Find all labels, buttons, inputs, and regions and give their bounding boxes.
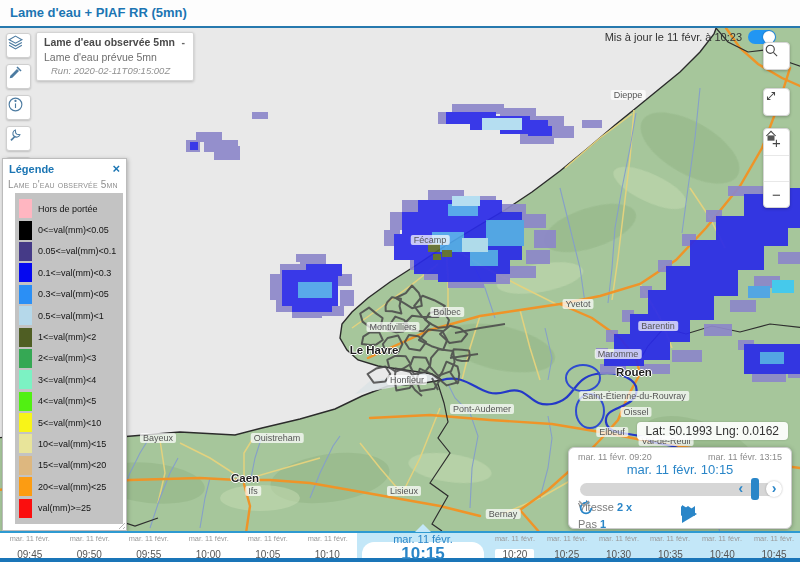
zoom-out-icon: − bbox=[772, 187, 781, 202]
home-button[interactable] bbox=[764, 155, 789, 181]
legend-label: 1<=val(mm)<2 bbox=[38, 332, 96, 342]
timeline-step-date: mar. 11 févr. bbox=[303, 535, 352, 543]
legend-entry: 10<=val(mm)<15 bbox=[19, 433, 119, 454]
map-canvas[interactable]: DieppeFécampBolbecYvetotBarentinMarommeR… bbox=[0, 28, 800, 531]
legend-entry: 0.5<=val(mm)<1 bbox=[19, 305, 119, 326]
page-title: Lame d'eau + PIAF RR (5mn) bbox=[10, 5, 187, 20]
time-control-panel: mar. 11 févr. 09:20 mar. 11 févr. 13:15 … bbox=[568, 447, 792, 529]
coordinates-display: Lat: 50.1993 Lng: 0.0162 bbox=[637, 422, 788, 440]
legend-swatch bbox=[19, 477, 32, 496]
layer-alt-row[interactable]: Lame d'eau prévue 5mn bbox=[37, 50, 193, 64]
info-button[interactable] bbox=[6, 95, 31, 120]
expand-icon bbox=[764, 89, 778, 103]
legend-swatch bbox=[19, 456, 32, 475]
timeline-current-time: 10:15 bbox=[401, 544, 444, 563]
timeline-step[interactable]: mar. 11 févr.10:00 bbox=[179, 533, 239, 558]
legend-entry: val(mm)>=25 bbox=[19, 497, 119, 518]
legend-entry: 3<=val(mm)<4 bbox=[19, 369, 119, 390]
search-icon bbox=[764, 43, 779, 58]
timeline-current[interactable]: mar. 11 févr. 10:15 bbox=[357, 533, 489, 558]
timeline-step-date: mar. 11 févr. bbox=[5, 535, 54, 543]
timeline-step[interactable]: mar. 11 févr.10:35 bbox=[644, 533, 696, 558]
timeline-step-date: mar. 11 févr. bbox=[184, 535, 233, 543]
timeline-step-time: 10:05 bbox=[255, 549, 280, 558]
current-time-label: mar. 11 févr. 10:15 bbox=[578, 462, 782, 477]
timeline-step-date: mar. 11 févr. bbox=[124, 535, 173, 543]
legend-swatch bbox=[19, 199, 32, 218]
layer-selected-label: Lame d'eau observée 5mn bbox=[44, 36, 175, 48]
search-button[interactable] bbox=[764, 43, 789, 69]
legend-label: 0<=val(mm)<0.05 bbox=[38, 225, 109, 235]
legend-entry: 15<=val(mm)<20 bbox=[19, 455, 119, 476]
fullscreen-button[interactable] bbox=[764, 89, 789, 115]
timeline-step-date: mar. 11 févr. bbox=[649, 535, 691, 543]
timeline-step-date: mar. 11 févr. bbox=[494, 535, 536, 543]
time-slider[interactable]: ‹ › bbox=[578, 480, 782, 498]
legend-label: 4<=val(mm)<5 bbox=[38, 396, 96, 406]
legend-label: 0.05<=val(mm)<0.1 bbox=[38, 246, 116, 256]
wrench-icon bbox=[7, 127, 23, 143]
timeline-step[interactable]: mar. 11 févr.10:05 bbox=[238, 533, 298, 558]
speed-value[interactable]: 2 x bbox=[617, 501, 632, 513]
timeline-strip: mar. 11 févr.09:45mar. 11 févr.09:50mar.… bbox=[0, 531, 800, 558]
timeline-step[interactable]: mar. 11 févr.09:45 bbox=[0, 533, 60, 558]
legend-entry: 0.05<=val(mm)<0.1 bbox=[19, 241, 119, 262]
timeline-step-date: mar. 11 févr. bbox=[597, 535, 639, 543]
weather-radar-app: Lame d'eau + PIAF RR (5mn) bbox=[0, 0, 800, 565]
legend-entry: 5<=val(mm)<10 bbox=[19, 412, 119, 433]
legend-swatch bbox=[19, 242, 32, 261]
collapse-panel-icon[interactable] bbox=[578, 500, 590, 507]
zoom-control: + − bbox=[763, 128, 790, 208]
legend-entry: 2<=val(mm)<3 bbox=[19, 348, 119, 369]
close-icon[interactable]: × bbox=[112, 162, 120, 175]
slider-handle[interactable] bbox=[751, 478, 759, 500]
fullscreen-control bbox=[763, 88, 790, 116]
timeline-step[interactable]: mar. 11 févr.10:40 bbox=[696, 533, 748, 558]
zoom-out-button[interactable]: − bbox=[764, 181, 789, 207]
range-end-label: mar. 11 févr. 13:15 bbox=[708, 452, 782, 462]
timeline-step[interactable]: mar. 11 févr.10:30 bbox=[593, 533, 645, 558]
legend-label: 3<=val(mm)<4 bbox=[38, 375, 96, 385]
timeline-step[interactable]: mar. 11 févr.10:20 bbox=[489, 533, 541, 558]
legend-header: Légende × bbox=[3, 159, 126, 177]
timeline-step[interactable]: mar. 11 févr.10:25 bbox=[541, 533, 593, 558]
timeline-step-date: mar. 11 févr. bbox=[65, 535, 114, 543]
timeline-step[interactable]: mar. 11 févr.09:50 bbox=[60, 533, 120, 558]
timeline-step[interactable]: mar. 11 févr.10:10 bbox=[298, 533, 358, 558]
legend-entry: 20<=val(mm)<25 bbox=[19, 476, 119, 497]
home-icon bbox=[764, 129, 778, 143]
slider-track[interactable] bbox=[580, 483, 778, 496]
legend-entry: Hors de portée bbox=[19, 198, 119, 219]
layers-icon bbox=[7, 34, 24, 51]
timeline-step-time: 10:25 bbox=[554, 549, 579, 558]
legend-swatch bbox=[19, 499, 32, 518]
step-value[interactable]: 1 bbox=[600, 518, 606, 530]
step-label: Pas bbox=[578, 518, 597, 530]
legend-label: 0.5<=val(mm)<1 bbox=[38, 311, 104, 321]
layers-button[interactable] bbox=[6, 33, 31, 58]
timeline-future: mar. 11 févr.10:20mar. 11 févr.10:25mar.… bbox=[489, 533, 800, 558]
legend-swatch bbox=[19, 263, 32, 282]
timeline-step[interactable]: mar. 11 févr.10:45 bbox=[748, 533, 800, 558]
layer-selected-row[interactable]: Lame d'eau observée 5mn - bbox=[37, 33, 193, 50]
timeline-step-time: 10:20 bbox=[495, 549, 534, 558]
color-picker-button[interactable] bbox=[6, 64, 31, 89]
slider-next-icon[interactable]: › bbox=[766, 481, 782, 497]
slider-prev-icon[interactable]: ‹ bbox=[738, 479, 743, 497]
legend-label: 5<=val(mm)<10 bbox=[38, 418, 101, 428]
legend-entry: 4<=val(mm)<5 bbox=[19, 391, 119, 412]
timeline-step-date: mar. 11 févr. bbox=[701, 535, 743, 543]
timeline-step-time: 10:45 bbox=[762, 549, 787, 558]
update-status: Mis à jour le 11 févr. à 10:23 bbox=[605, 30, 776, 44]
timeline-step[interactable]: mar. 11 févr.09:55 bbox=[119, 533, 179, 558]
timeline-step-date: mar. 11 févr. bbox=[243, 535, 292, 543]
timeline-step-time: 10:10 bbox=[315, 549, 340, 558]
tools-button[interactable] bbox=[6, 126, 31, 151]
timeline-past: mar. 11 févr.09:45mar. 11 févr.09:50mar.… bbox=[0, 533, 357, 558]
fast-forward-button[interactable] bbox=[680, 504, 696, 518]
layer-run-label: Run: 2020-02-11T09:15:00Z bbox=[37, 64, 193, 80]
timeline-step-date: mar. 11 févr. bbox=[753, 535, 795, 543]
legend-label: 2<=val(mm)<3 bbox=[38, 353, 96, 363]
collapse-button[interactable]: - bbox=[180, 36, 188, 48]
legend-label: 0.3<=val(mm)<05 bbox=[38, 289, 109, 299]
